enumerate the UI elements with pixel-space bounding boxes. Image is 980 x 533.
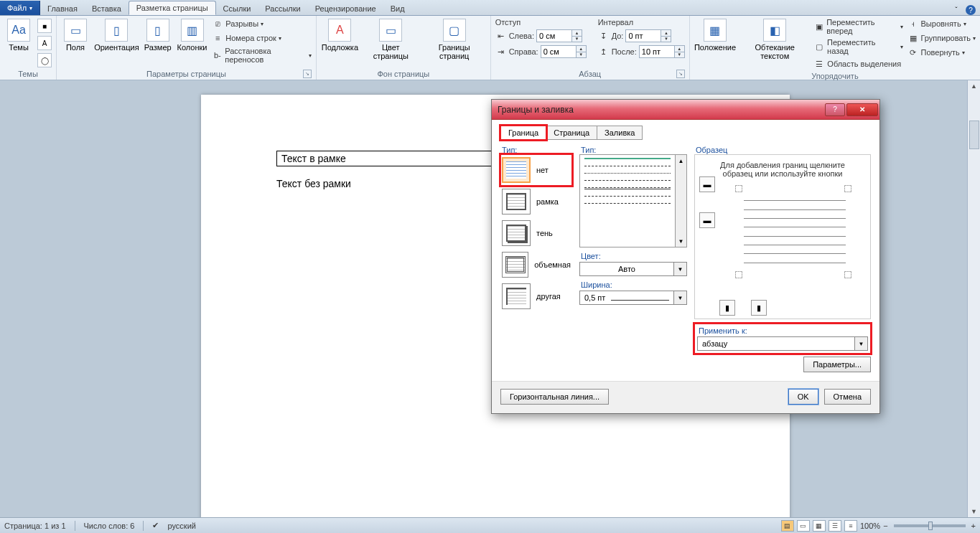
view-outline[interactable]: ☰ xyxy=(829,520,841,532)
margins-icon: ▭ xyxy=(64,19,87,42)
status-page[interactable]: Страница: 1 из 1 xyxy=(4,522,66,530)
ok-button[interactable]: OK xyxy=(788,389,818,405)
indent-left-icon: ⇤ xyxy=(495,30,507,42)
dialog-tab-page[interactable]: Страница xyxy=(546,126,597,140)
tab-mailings[interactable]: Рассылки xyxy=(258,2,307,15)
align-button[interactable]: ⫞Выровнять ▾ xyxy=(907,17,976,30)
hyphenation-button[interactable]: b-Расстановка переносов ▾ xyxy=(212,46,312,65)
color-dropdown[interactable]: Авто▼ xyxy=(579,262,687,276)
paragraph-launcher[interactable]: ↘ xyxy=(676,70,685,78)
tab-view[interactable]: Вид xyxy=(383,2,412,15)
themes-button[interactable]: Aa Темы xyxy=(4,17,33,53)
theme-fonts-button[interactable]: A xyxy=(37,36,52,50)
status-language[interactable]: русский xyxy=(167,522,195,530)
margins-button[interactable]: ▭Поля xyxy=(61,17,90,53)
type-3d[interactable]: объемная xyxy=(500,249,572,280)
edge-right-button[interactable]: ▮ xyxy=(751,300,767,316)
type-none[interactable]: нет xyxy=(500,154,572,186)
chevron-down-icon[interactable]: ▼ xyxy=(674,291,687,305)
tab-insert[interactable]: Вставка xyxy=(85,2,129,15)
spacing-after-input[interactable]: ▲▼ xyxy=(639,45,685,58)
view-draft[interactable]: ≡ xyxy=(844,520,857,532)
group-title-page-setup: Параметры страницы↘ xyxy=(61,68,312,80)
edge-left-button[interactable]: ▮ xyxy=(719,300,735,316)
apply-to-dropdown[interactable]: абзацу▼ xyxy=(697,336,868,351)
width-dropdown[interactable]: 0,5 пт▼ xyxy=(579,291,687,305)
sample-area[interactable] xyxy=(714,185,851,278)
tab-references[interactable]: Ссылки xyxy=(216,2,258,15)
view-full-screen[interactable]: ▭ xyxy=(797,520,810,532)
tab-file[interactable]: Файл xyxy=(0,1,40,15)
size-label: Размер xyxy=(144,43,172,52)
chevron-down-icon[interactable]: ▼ xyxy=(855,336,868,351)
tab-home[interactable]: Главная xyxy=(40,2,85,15)
dialog-close-button[interactable]: ✕ xyxy=(846,103,878,116)
view-print-layout[interactable]: ▤ xyxy=(781,520,794,532)
line-numbers-button[interactable]: ≡Номера строк ▾ xyxy=(212,32,312,44)
bring-forward-button[interactable]: ▣Переместить вперед ▾ xyxy=(813,17,902,36)
type-custom[interactable]: другая xyxy=(500,280,572,312)
chevron-down-icon[interactable]: ▼ xyxy=(674,262,687,276)
scroll-thumb[interactable] xyxy=(969,121,979,149)
type-box[interactable]: рамка xyxy=(500,186,572,217)
group-button[interactable]: ▦Группировать ▾ xyxy=(907,32,976,44)
scroll-up-icon[interactable]: ▲ xyxy=(968,80,980,92)
size-button[interactable]: ▯Размер xyxy=(144,17,172,53)
horizontal-line-button[interactable]: Горизонтальная линия... xyxy=(500,389,609,405)
zoom-slider[interactable] xyxy=(894,524,966,527)
vertical-scrollbar[interactable]: ▲ ▼ xyxy=(967,80,980,517)
params-button[interactable]: Параметры... xyxy=(803,357,871,372)
help-icon[interactable]: ? xyxy=(966,5,976,15)
style-scroll-down[interactable]: ▼ xyxy=(676,235,686,247)
minimize-ribbon-icon[interactable]: ˇ xyxy=(951,5,961,15)
dialog-help-button[interactable]: ? xyxy=(825,103,845,116)
cancel-button[interactable]: Отмена xyxy=(824,389,871,405)
plain-text[interactable]: Текст без рамки xyxy=(276,178,351,189)
breaks-label: Разрывы xyxy=(225,19,258,28)
selection-pane-button[interactable]: ☰Область выделения xyxy=(813,57,902,70)
breaks-button[interactable]: ⎚Разрывы ▾ xyxy=(212,17,312,30)
indent-right-label: Справа: xyxy=(509,47,538,56)
color-value: Авто xyxy=(579,262,674,276)
columns-button[interactable]: ▥Колонки xyxy=(177,17,208,53)
wrap-text-button[interactable]: ◧Обтекание текстом xyxy=(740,17,809,62)
type-shadow[interactable]: тень xyxy=(500,217,572,249)
sample-label: Образец xyxy=(694,146,871,154)
view-web[interactable]: ▦ xyxy=(813,520,826,532)
style-scroll-up[interactable]: ▲ xyxy=(676,155,686,166)
position-button[interactable]: ▦Положение xyxy=(694,17,736,53)
proofing-icon[interactable]: ✔ xyxy=(152,521,159,530)
style-listbox[interactable]: ▲▼ xyxy=(579,154,687,247)
apply-to-label: Применить к: xyxy=(697,326,868,335)
dialog-titlebar[interactable]: Границы и заливка ? ✕ xyxy=(492,100,879,120)
apply-to-area: Применить к: абзацу▼ xyxy=(694,324,871,354)
page-color-label: Цвет страницы xyxy=(365,43,417,60)
tab-page-layout[interactable]: Разметка страницы xyxy=(129,1,216,15)
status-words[interactable]: Число слов: 6 xyxy=(84,522,135,530)
watermark-button[interactable]: AПодложка xyxy=(321,17,359,53)
zoom-value[interactable]: 100% xyxy=(860,522,880,530)
indent-right-input[interactable]: ▲▼ xyxy=(541,45,587,58)
edge-bottom-button[interactable]: ▬ xyxy=(699,212,715,228)
dialog-tab-border[interactable]: Граница xyxy=(500,126,546,140)
page-setup-launcher[interactable]: ↘ xyxy=(303,70,312,78)
theme-effects-button[interactable]: ◯ xyxy=(37,53,52,67)
group-page-background: AПодложка ▭Цвет страницы ▢Границы страни… xyxy=(317,16,491,80)
page-borders-button[interactable]: ▢Границы страниц xyxy=(423,17,486,62)
spacing-before-input[interactable]: ▲▼ xyxy=(625,29,671,42)
indent-left-input[interactable]: ▲▼ xyxy=(536,29,582,42)
zoom-in-button[interactable]: + xyxy=(971,522,976,530)
breaks-icon: ⎚ xyxy=(212,18,223,29)
wrap-text-label: Обтекание текстом xyxy=(742,43,808,60)
scroll-down-icon[interactable]: ▼ xyxy=(968,506,980,517)
page-color-button[interactable]: ▭Цвет страницы xyxy=(363,17,419,62)
zoom-out-button[interactable]: − xyxy=(883,522,887,530)
spacing-header: Интервал xyxy=(598,17,685,27)
send-backward-button[interactable]: ▢Переместить назад ▾ xyxy=(813,37,902,56)
tab-review[interactable]: Рецензирование xyxy=(308,2,383,15)
dialog-tab-fill[interactable]: Заливка xyxy=(597,126,643,140)
edge-top-button[interactable]: ▬ xyxy=(699,176,715,192)
orientation-button[interactable]: ▯Ориентация xyxy=(94,17,139,53)
theme-colors-button[interactable]: ■ xyxy=(37,19,52,33)
rotate-button[interactable]: ⟳Повернуть ▾ xyxy=(907,46,976,59)
